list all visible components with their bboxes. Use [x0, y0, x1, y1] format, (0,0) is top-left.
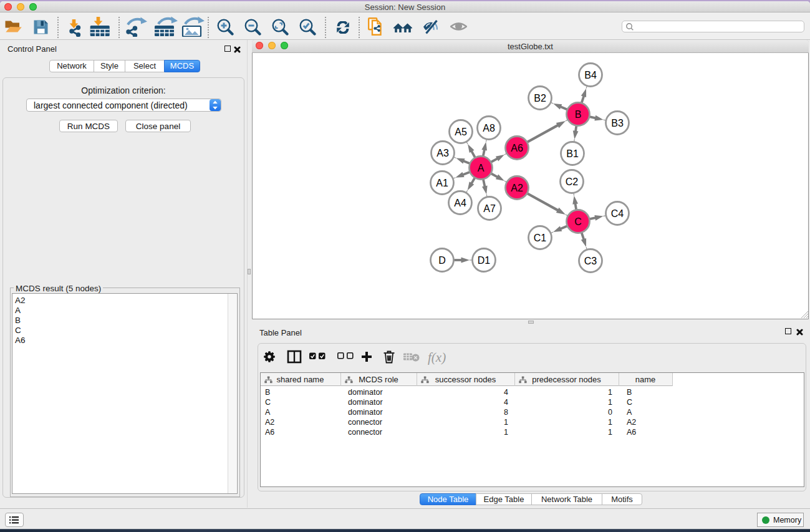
- svg-text:A1: A1: [436, 178, 448, 188]
- svg-text:B1: B1: [566, 148, 579, 159]
- svg-text:D: D: [438, 255, 446, 266]
- svg-text:B: B: [575, 109, 582, 120]
- svg-text:C2: C2: [566, 177, 579, 187]
- svg-text:D1: D1: [478, 255, 491, 266]
- svg-text:C: C: [574, 216, 582, 227]
- svg-text:B4: B4: [584, 70, 597, 80]
- svg-text:A6: A6: [511, 143, 523, 153]
- svg-text:A7: A7: [483, 203, 496, 214]
- svg-text:A4: A4: [454, 198, 466, 208]
- svg-text:A5: A5: [455, 127, 467, 137]
- svg-text:A8: A8: [483, 123, 495, 133]
- svg-text:C4: C4: [611, 208, 624, 219]
- svg-text:B3: B3: [611, 118, 624, 128]
- svg-text:A: A: [478, 163, 485, 173]
- svg-text:C3: C3: [584, 256, 597, 266]
- svg-text:A3: A3: [436, 148, 449, 158]
- svg-text:C1: C1: [534, 233, 547, 243]
- svg-text:A2: A2: [511, 183, 523, 193]
- svg-text:B2: B2: [534, 93, 546, 104]
